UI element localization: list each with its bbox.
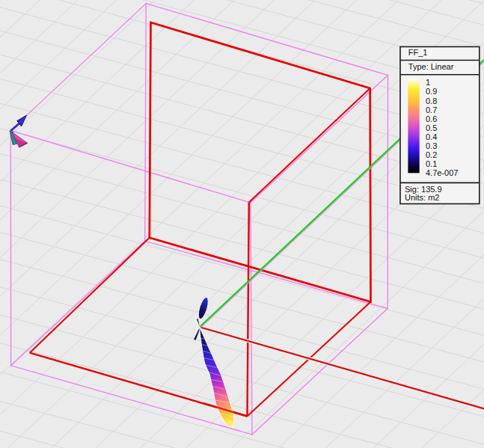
svg-text:0.6: 0.6: [426, 114, 437, 123]
svg-text:Units: m2: Units: m2: [405, 193, 439, 202]
svg-text:0.4: 0.4: [426, 132, 437, 141]
svg-text:0.3: 0.3: [426, 141, 437, 150]
svg-text:Sig: 135.9: Sig: 135.9: [405, 185, 442, 194]
svg-text:0.8: 0.8: [426, 96, 437, 105]
svg-text:Type: Linear: Type: Linear: [408, 62, 454, 71]
svg-text:0.1: 0.1: [426, 159, 437, 168]
svg-text:0.9: 0.9: [426, 87, 437, 96]
svg-text:FF_1: FF_1: [408, 48, 428, 57]
svg-text:0.5: 0.5: [426, 123, 437, 132]
svg-text:0.7: 0.7: [426, 105, 437, 114]
svg-text:0.2: 0.2: [426, 150, 437, 159]
svg-text:1: 1: [426, 78, 430, 87]
svg-text:4.7e-007: 4.7e-007: [426, 168, 458, 177]
